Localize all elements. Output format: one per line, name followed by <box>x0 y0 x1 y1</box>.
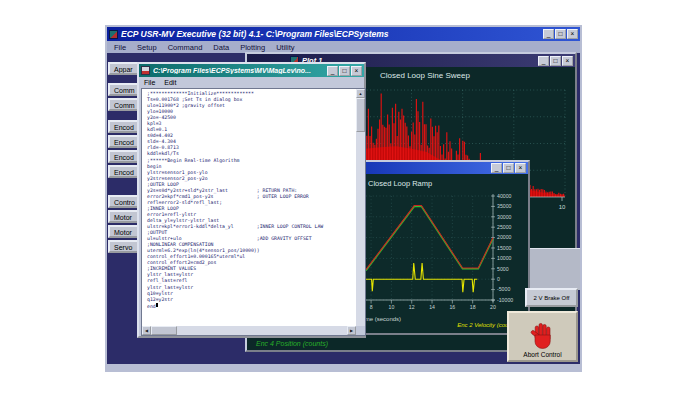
main-window-title: ECP USR-MV Executive (32 bit) 4.1- C:\Pr… <box>121 29 540 39</box>
main-titlebar[interactable]: ECP USR-MV Executive (32 bit) 4.1- C:\Pr… <box>107 27 580 41</box>
sweep-chart-title: Closed Loop Sine Sweep <box>380 71 470 80</box>
menu-edit[interactable]: Edit <box>164 79 176 86</box>
menu-setup[interactable]: Setup <box>137 43 157 52</box>
vertical-scroll-thumb[interactable] <box>356 98 365 132</box>
minimize-button[interactable]: _ <box>491 163 502 173</box>
ramp-window: _□× Closed Loop Ramp 4000035000300002500… <box>356 160 530 335</box>
svg-text:35000: 35000 <box>497 203 512 209</box>
close-button[interactable]: × <box>567 29 578 39</box>
abort-control-button[interactable]: Abort Control <box>507 311 578 362</box>
svg-text:25000: 25000 <box>497 224 512 230</box>
ramp-plot-area: Closed Loop Ramp 40000350003000025000200… <box>358 174 528 333</box>
main-window-controls: _□× <box>543 29 578 39</box>
ramp-chart: 4000035000300002500020000150001000050000… <box>358 174 528 333</box>
svg-text:15000: 15000 <box>497 245 512 251</box>
minimize-button[interactable]: _ <box>327 66 338 76</box>
minimize-button[interactable]: _ <box>543 29 554 39</box>
menu-plotting[interactable]: Plotting <box>240 43 265 52</box>
menu-command[interactable]: Command <box>168 43 203 52</box>
close-button[interactable]: × <box>351 66 362 76</box>
app-icon <box>109 30 118 39</box>
editor-client: ;*************Initialize************* Ts… <box>141 88 366 336</box>
ramp-titlebar[interactable]: _□× <box>358 162 528 174</box>
close-button[interactable]: × <box>515 163 526 173</box>
ramp-window-controls: _□× <box>491 163 526 173</box>
svg-text:14: 14 <box>429 304 435 310</box>
svg-text:12: 12 <box>409 304 415 310</box>
svg-text:40000: 40000 <box>497 193 512 199</box>
sweep-legend: Enc 4 Position (counts) <box>256 340 328 347</box>
editor-window: C:\Program Files\ECPSystems\MV\MagLev\no… <box>137 62 366 338</box>
maximize-button[interactable]: □ <box>503 163 514 173</box>
scroll-up-icon[interactable]: ▲ <box>356 89 365 98</box>
brake-off-button[interactable]: 2 V Brake Off <box>525 288 578 307</box>
maximize-button[interactable]: □ <box>550 56 561 66</box>
svg-text:10: 10 <box>559 204 566 210</box>
svg-text:10000: 10000 <box>497 255 512 261</box>
menu-file[interactable]: File <box>144 79 155 86</box>
ramp-chart-title: Closed Loop Ramp <box>368 179 432 188</box>
svg-text:20: 20 <box>490 304 496 310</box>
svg-text:18: 18 <box>470 304 476 310</box>
ramp-x-axis-label: Time (seconds) <box>360 316 401 322</box>
editor-menu-bar: FileEdit <box>139 77 364 88</box>
screenshot-stage: ECP USR-MV Executive (32 bit) 4.1- C:\Pr… <box>0 0 688 400</box>
svg-text:20000: 20000 <box>497 234 512 240</box>
editor-window-controls: _□× <box>327 66 362 76</box>
horizontal-scroll-thumb[interactable] <box>151 326 177 335</box>
svg-text:-10000: -10000 <box>497 297 513 303</box>
scroll-track[interactable] <box>177 326 347 335</box>
abort-button-label: Abort Control <box>523 351 561 358</box>
red-hand-icon <box>529 320 557 350</box>
svg-text:0: 0 <box>497 276 500 282</box>
editor-window-title: C:\Program Files\ECPSystems\MV\MagLev\no… <box>153 67 324 74</box>
editor-titlebar[interactable]: C:\Program Files\ECPSystems\MV\MagLev\no… <box>139 64 364 77</box>
editor-vertical-scrollbar[interactable]: ▲ ▼ <box>356 89 365 335</box>
svg-text:8: 8 <box>370 304 373 310</box>
svg-text:10: 10 <box>389 304 395 310</box>
svg-text:16: 16 <box>449 304 455 310</box>
background-panel-fragment <box>529 248 580 290</box>
menu-file[interactable]: File <box>114 43 126 52</box>
document-icon <box>141 66 150 75</box>
minimize-button[interactable]: _ <box>538 56 549 66</box>
scroll-left-icon[interactable]: ◀ <box>142 326 151 335</box>
svg-text:30000: 30000 <box>497 214 512 220</box>
scrollbar-corner <box>356 326 365 335</box>
menu-data[interactable]: Data <box>213 43 229 52</box>
maximize-button[interactable]: □ <box>555 29 566 39</box>
menu-utility[interactable]: Utility <box>276 43 294 52</box>
close-button[interactable]: × <box>562 56 573 66</box>
maximize-button[interactable]: □ <box>339 66 350 76</box>
editor-horizontal-scrollbar[interactable]: ◀ ▶ <box>142 326 356 335</box>
code-text-area[interactable]: ;*************Initialize************* Ts… <box>142 89 356 326</box>
scroll-right-icon[interactable]: ▶ <box>347 326 356 335</box>
plot1-window-controls: _□× <box>538 56 573 66</box>
svg-text:5000: 5000 <box>497 266 509 272</box>
svg-text:-5000: -5000 <box>497 286 510 292</box>
